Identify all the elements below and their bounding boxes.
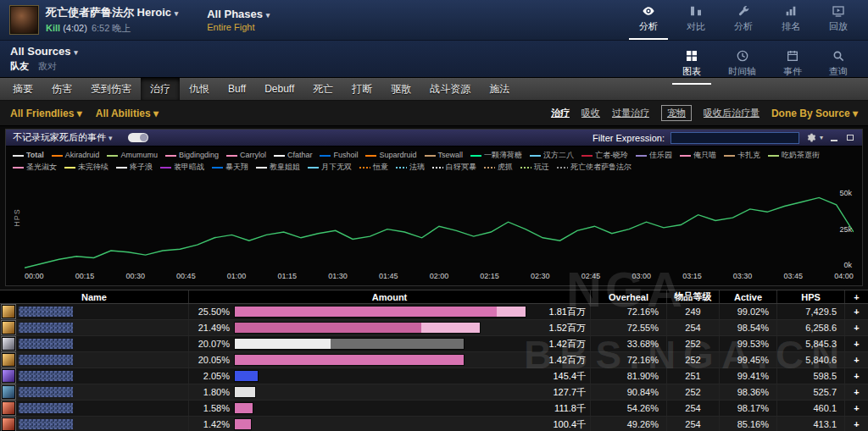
friendlies-dropdown[interactable]: All Friendlies ▾ [10, 108, 82, 119]
expand-row-button[interactable]: + [844, 336, 868, 351]
enemy-toggle[interactable]: 敌对 [38, 61, 57, 71]
legend-item[interactable]: 死亡使者萨鲁法尔 [557, 163, 632, 172]
legend-item[interactable]: Bigdingding [165, 151, 219, 160]
expand-row-button[interactable]: + [844, 384, 868, 400]
expand-row-button[interactable]: + [844, 368, 868, 384]
expand-row-button[interactable]: + [844, 304, 868, 319]
overheal-cell: 33.68% [590, 336, 666, 351]
tab-治疗[interactable]: 治疗 [141, 78, 180, 100]
expand-row-button[interactable]: + [844, 417, 868, 431]
legend-item[interactable]: 月下无双 [308, 163, 352, 172]
table-row[interactable]: 1.58%111.8千54.26%25498.17%460.1+ [0, 401, 868, 417]
tab-受到伤害[interactable]: 受到伤害 [81, 78, 141, 100]
legend-item[interactable]: 佳乐园 [636, 151, 672, 160]
gear-icon[interactable] [805, 132, 816, 143]
legend-item[interactable]: Total [13, 151, 44, 160]
legend-item[interactable]: 吃奶茶逛街 [768, 151, 820, 160]
view-nav-item-timeline[interactable]: 时间轴 [718, 45, 766, 85]
column-header-Overheal[interactable]: Overheal [590, 290, 666, 303]
tab-战斗资源[interactable]: 战斗资源 [420, 78, 480, 100]
sources-dropdown[interactable]: All Sources ▾ [10, 45, 78, 58]
table-row[interactable]: 25.50%1.81百万72.16%24999.02%7,429.5+ [0, 304, 868, 320]
column-header-+[interactable]: + [844, 290, 868, 303]
legend-item[interactable]: 卡扎克 [724, 151, 760, 160]
legend-item[interactable]: 恒意 [359, 163, 388, 172]
expand-row-button[interactable]: + [844, 352, 868, 367]
legend-item[interactable]: 一颗薄荷糖 [470, 151, 522, 160]
column-header-物品等级[interactable]: 物品等级 [666, 290, 719, 303]
tab-施法[interactable]: 施法 [480, 78, 519, 100]
legend-item[interactable]: 法璃 [396, 163, 425, 172]
legend-item[interactable]: 暴天翔 [212, 163, 248, 172]
tab-摘要[interactable]: 摘要 [3, 78, 42, 100]
top-nav-item-eye[interactable]: 分析 [629, 0, 668, 40]
amount-bar [235, 419, 251, 429]
column-header-Amount[interactable]: Amount [188, 290, 590, 303]
legend-item[interactable]: Fushoil [320, 151, 358, 160]
tab-伤害[interactable]: 伤害 [42, 78, 81, 100]
view-nav-item-query[interactable]: 查询 [819, 45, 858, 85]
expand-row-button[interactable]: + [844, 401, 868, 416]
item-level-cell: 254 [666, 417, 719, 431]
death-filter-dropdown[interactable]: 不记录玩家死后的事件 ▾ [13, 131, 113, 144]
legend-item[interactable]: 白犽冥暴 [432, 163, 476, 172]
hps-line-chart[interactable]: HPS 50k25k0k [25, 176, 854, 269]
friendly-toggle[interactable]: 队友 [10, 61, 29, 71]
tab-Debuff[interactable]: Debuff [255, 78, 303, 100]
legend-item[interactable]: Cfathar [274, 151, 313, 160]
filter-link-吸收[interactable]: 吸收 [581, 107, 600, 119]
table-row[interactable]: 20.07%1.42百万33.68%25299.53%5,845.3+ [0, 336, 868, 352]
legend-item[interactable]: 亡者-晓玲 [581, 151, 628, 160]
column-header-HPS[interactable]: HPS [776, 290, 844, 303]
tab-死亡[interactable]: 死亡 [303, 78, 342, 100]
top-nav-item-wrench[interactable]: 分析 [724, 0, 763, 40]
class-icon [2, 417, 15, 431]
legend-item[interactable]: 装甲暗战 [160, 163, 204, 172]
top-nav-item-replay[interactable]: 回放 [819, 0, 858, 40]
legend-item[interactable]: Akiradruid [52, 151, 100, 160]
legend-item[interactable]: 汉方二八 [530, 151, 574, 160]
view-nav-item-events[interactable]: 事件 [773, 45, 812, 85]
filter-link-治疗[interactable]: 治疗 [551, 107, 570, 119]
tab-Buff[interactable]: Buff [219, 78, 255, 100]
legend-item[interactable]: 未完待续 [64, 163, 108, 172]
legend-item[interactable]: 疼子浪 [116, 163, 153, 172]
minimize-icon[interactable] [829, 133, 839, 143]
legend-item[interactable]: 虎抓 [484, 163, 513, 172]
tab-驱散[interactable]: 驱散 [381, 78, 420, 100]
death-filter-toggle[interactable] [128, 133, 148, 142]
tab-打断[interactable]: 打断 [342, 78, 381, 100]
expand-row-button[interactable]: + [844, 320, 868, 335]
table-row[interactable]: 1.80%127.7千90.84%25298.36%525.7+ [0, 384, 868, 401]
filter-link-吸收后治疗量[interactable]: 吸收后治疗量 [704, 107, 760, 119]
filter-expression-input[interactable] [670, 132, 799, 144]
table-row[interactable]: 1.42%100.4千49.26%25485.16%413.1+ [0, 417, 868, 431]
tab-仇恨[interactable]: 仇恨 [180, 78, 219, 100]
legend-item[interactable]: Carrylol [226, 151, 266, 160]
legend-item[interactable]: Amumumu [107, 151, 158, 160]
abilities-dropdown[interactable]: All Abilities ▾ [96, 108, 159, 119]
legend-item[interactable]: Supardruid [365, 151, 416, 160]
filter-link-过量治疗[interactable]: 过量治疗 [612, 107, 649, 119]
legend-item[interactable]: Tsewall [425, 151, 464, 160]
filter-link-宠物[interactable]: 宠物 [661, 105, 692, 121]
table-row[interactable]: 20.05%1.42百万72.16%25299.45%5,840.6+ [0, 352, 868, 368]
legend-item[interactable]: 圣光淑女 [13, 163, 57, 172]
phases-dropdown[interactable]: All Phases ▾ [207, 8, 270, 20]
done-by-source-dropdown[interactable]: Done By Source ▾ [771, 108, 858, 119]
gear-caret-icon[interactable]: ▾ [820, 134, 823, 141]
boss-title: 死亡使者萨鲁法尔 Heroic [46, 6, 171, 19]
charts-icon [685, 49, 698, 63]
maximize-icon[interactable] [845, 133, 855, 143]
legend-item[interactable]: 玩迁 [520, 163, 549, 172]
legend-item[interactable]: 教皇姐姐 [256, 163, 300, 172]
column-header-Name[interactable]: Name [0, 290, 188, 303]
boss-title-dropdown[interactable]: 死亡使者萨鲁法尔 Heroic ▾ [46, 5, 178, 20]
legend-item[interactable]: 俺只喵 [680, 151, 716, 160]
view-nav-item-charts[interactable]: 图表 [672, 45, 711, 85]
top-nav-item-compare[interactable]: 对比 [676, 0, 715, 40]
column-header-Active[interactable]: Active [719, 290, 776, 303]
table-row[interactable]: 21.49%1.52百万72.55%25498.54%6,258.6+ [0, 320, 868, 336]
table-row[interactable]: 2.05%145.4千81.90%25199.41%598.5+ [0, 368, 868, 384]
top-nav-item-ranking[interactable]: 排名 [771, 0, 810, 40]
